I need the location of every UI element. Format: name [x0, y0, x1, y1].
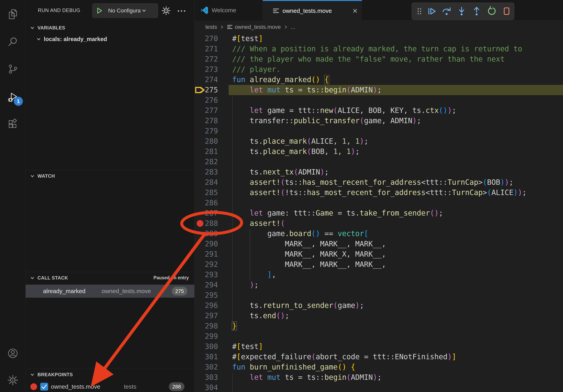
extensions-icon[interactable]	[7, 118, 18, 130]
line-number[interactable]: 274	[195, 75, 218, 85]
code-line-281[interactable]: 281 ts.place_mark(BOB, 1, 1);	[195, 146, 563, 157]
code-line-301[interactable]: 301#[expected_failure(abort_code = ttt::…	[195, 352, 563, 362]
line-number[interactable]: 281	[195, 146, 218, 157]
code-line-297[interactable]: 297 ts.end();	[195, 311, 563, 321]
code-line-276[interactable]: 276	[195, 95, 563, 105]
code-line-288[interactable]: 288 assert!(	[195, 218, 563, 229]
code-line-295[interactable]: 295	[195, 290, 563, 301]
launch-configuration-dropdown[interactable]: No Configura	[92, 3, 158, 18]
code-line-287[interactable]: 287 let game: ttt::Game = ts.take_from_s…	[195, 208, 563, 218]
line-number[interactable]: 270	[195, 34, 218, 44]
breadcrumb-file[interactable]: owned_tests.move	[235, 24, 281, 30]
line-number[interactable]: 303	[195, 372, 218, 382]
search-icon[interactable]	[7, 36, 18, 47]
code-line-289[interactable]: 289 game.board() == vector[	[195, 229, 563, 239]
debug-settings-gear-icon[interactable]	[161, 6, 171, 15]
line-number[interactable]: 289	[195, 229, 218, 239]
source-control-icon[interactable]	[7, 64, 18, 75]
breakpoint-row[interactable]: owned_tests.move tests 288	[26, 381, 194, 392]
restart-icon[interactable]	[486, 6, 497, 16]
line-number[interactable]: 276	[195, 95, 218, 105]
section-watch[interactable]: WATCH	[26, 170, 194, 182]
code-line-273[interactable]: 273/// player.	[195, 64, 563, 75]
code-line-298[interactable]: 298}	[195, 321, 563, 331]
line-number[interactable]: 279	[195, 126, 218, 136]
line-number[interactable]: 285	[195, 187, 218, 198]
step-into-icon[interactable]	[457, 6, 467, 16]
close-tab-icon[interactable]	[352, 8, 358, 14]
line-number[interactable]: 291	[195, 249, 218, 259]
step-out-icon[interactable]	[472, 6, 482, 16]
more-actions-icon[interactable]	[177, 6, 186, 15]
line-number[interactable]: 273	[195, 64, 218, 75]
code-line-286[interactable]: 286	[195, 198, 563, 208]
line-number[interactable]: 294	[195, 280, 218, 290]
line-number[interactable]: 284	[195, 177, 218, 187]
line-number[interactable]: 300	[195, 341, 218, 352]
code-line-300[interactable]: 300#[test]	[195, 341, 563, 352]
explorer-icon[interactable]	[7, 9, 18, 20]
code-line-284[interactable]: 284 assert!(ts::has_most_recent_for_addr…	[195, 177, 563, 187]
toolbar-drag-handle[interactable]	[414, 6, 422, 16]
code-line-275[interactable]: 275 let mut ts = ts::begin(ADMIN);	[195, 85, 563, 95]
line-number[interactable]: 299	[195, 331, 218, 341]
line-number[interactable]: 302	[195, 362, 218, 372]
step-over-icon[interactable]	[441, 6, 452, 16]
code-line-291[interactable]: 291 MARK__, MARK_X, MARK__,	[195, 249, 563, 259]
line-number[interactable]: 287	[195, 208, 218, 218]
line-number[interactable]: 297	[195, 311, 218, 321]
tab-owned-tests[interactable]: owned_tests.move	[263, 0, 362, 21]
breadcrumb-symbol[interactable]: ...	[291, 24, 295, 30]
line-number[interactable]: 280	[195, 136, 218, 146]
line-number[interactable]: 277	[195, 105, 218, 116]
code-line-277[interactable]: 277 let game = ttt::new(ALICE, BOB, KEY,…	[195, 105, 563, 116]
account-icon[interactable]	[7, 348, 18, 359]
code-line-278[interactable]: 278 transfer::public_transfer(game, ADMI…	[195, 116, 563, 126]
code-line-272[interactable]: 272/// the player who made the "false" m…	[195, 54, 563, 64]
code-line-302[interactable]: 302fun burn_unfinished_game() {	[195, 362, 563, 372]
line-number[interactable]: 292	[195, 259, 218, 270]
line-number[interactable]: 301	[195, 352, 218, 362]
start-debugging-icon[interactable]	[95, 7, 103, 15]
settings-gear-icon[interactable]	[7, 375, 18, 386]
continue-icon[interactable]	[426, 6, 437, 16]
code-line-285[interactable]: 285 assert!(!ts::has_most_recent_for_add…	[195, 187, 563, 198]
line-number[interactable]: 296	[195, 301, 218, 311]
code-line-304[interactable]: 304	[195, 382, 563, 392]
stack-frame-row[interactable]: already_marked owned_tests.move 275	[26, 285, 194, 298]
code-line-274[interactable]: 274fun already_marked() {	[195, 75, 563, 85]
code-line-296[interactable]: 296 ts.return_to_sender(game);	[195, 301, 563, 311]
breadcrumb-folder[interactable]: tests	[205, 24, 217, 30]
line-number[interactable]: 278	[195, 116, 218, 126]
breakpoint-enabled-checkbox[interactable]	[40, 383, 48, 391]
line-number[interactable]: 283	[195, 167, 218, 177]
code-line-303[interactable]: 303 let mut ts = ts::begin(ADMIN);	[195, 372, 563, 382]
stop-icon[interactable]	[501, 6, 512, 16]
code-line-280[interactable]: 280 ts.place_mark(ALICE, 1, 1);	[195, 136, 563, 146]
breakpoint-dot-icon[interactable]	[197, 220, 203, 227]
code-line-271[interactable]: 271/// When a position is already marked…	[195, 44, 563, 54]
code-line-282[interactable]: 282	[195, 157, 563, 167]
tab-welcome[interactable]: Welcome	[195, 0, 263, 21]
section-call-stack[interactable]: CALL STACK Paused on entry	[26, 272, 194, 283]
code-line-270[interactable]: 270#[test]	[195, 34, 563, 44]
code-line-299[interactable]: 299	[195, 331, 563, 341]
code-line-294[interactable]: 294 );	[195, 280, 563, 290]
line-number[interactable]: 295	[195, 290, 218, 301]
code-line-293[interactable]: 293 ],	[195, 270, 563, 280]
code-line-290[interactable]: 290 MARK__, MARK__, MARK__,	[195, 239, 563, 249]
variables-scope-locals[interactable]: locals: already_marked	[26, 34, 194, 45]
line-number[interactable]: 290	[195, 239, 218, 249]
section-breakpoints[interactable]: BREAKPOINTS	[26, 369, 194, 380]
line-number[interactable]: 293	[195, 270, 218, 280]
line-number[interactable]: 282	[195, 157, 218, 167]
line-number[interactable]: 298	[195, 321, 218, 331]
code-line-279[interactable]: 279	[195, 126, 563, 136]
line-number[interactable]: 304	[195, 382, 218, 392]
section-variables[interactable]: VARIABLES	[26, 22, 194, 34]
line-number[interactable]: 286	[195, 198, 218, 208]
code-line-292[interactable]: 292 MARK__, MARK__, MARK__,	[195, 259, 563, 270]
line-number[interactable]: 271	[195, 44, 218, 54]
code-line-283[interactable]: 283 ts.next_tx(ADMIN);	[195, 167, 563, 177]
line-number[interactable]: 272	[195, 54, 218, 64]
